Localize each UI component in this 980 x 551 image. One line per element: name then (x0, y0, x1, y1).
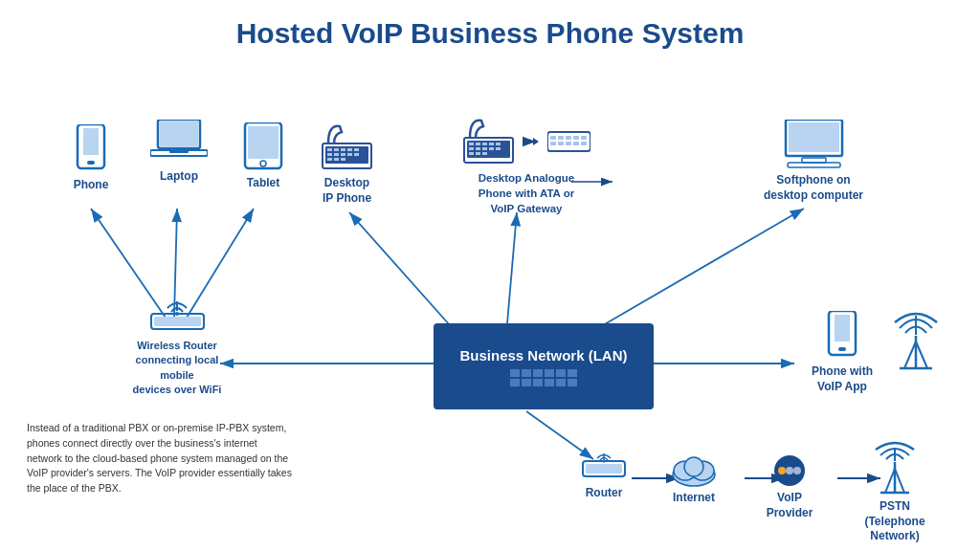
desktop-ip-phone-device: DesktopIP Phone (306, 122, 388, 206)
svg-line-98 (895, 469, 904, 493)
business-network-box: Business Network (LAN) (434, 323, 654, 409)
svg-line-97 (885, 469, 895, 493)
svg-rect-79 (838, 347, 846, 351)
svg-line-83 (916, 342, 927, 368)
svg-line-8 (349, 212, 450, 325)
svg-rect-44 (469, 143, 474, 145)
svg-rect-34 (327, 153, 332, 156)
svg-rect-19 (87, 161, 95, 165)
svg-rect-37 (347, 153, 352, 156)
internet-device: Internet (660, 450, 727, 504)
svg-rect-55 (476, 152, 480, 155)
diagram: Phone Laptop Tablet (0, 67, 980, 551)
svg-rect-41 (341, 158, 345, 161)
svg-rect-68 (573, 142, 579, 145)
laptop-device: Laptop (141, 120, 217, 183)
svg-line-9 (507, 212, 517, 323)
svg-rect-39 (327, 158, 332, 161)
svg-rect-45 (476, 143, 480, 145)
svg-rect-25 (248, 126, 278, 159)
svg-point-86 (603, 460, 606, 463)
business-network-label: Business Network (LAN) (459, 347, 627, 364)
svg-rect-33 (354, 148, 359, 151)
svg-rect-21 (160, 121, 198, 146)
svg-rect-47 (489, 143, 494, 145)
svg-point-26 (260, 161, 266, 166)
svg-rect-75 (154, 317, 201, 326)
cell-tower (890, 311, 943, 377)
softphone-device: Softphone ondesktop computer (756, 120, 871, 203)
wireless-router-device: Wireless Routerconnecting local mobilede… (124, 297, 230, 398)
svg-point-92 (778, 467, 786, 474)
svg-rect-63 (573, 136, 579, 140)
svg-rect-71 (789, 122, 839, 152)
svg-rect-35 (334, 153, 339, 156)
svg-rect-69 (581, 142, 587, 145)
tablet-device: Tablet (230, 122, 297, 189)
svg-point-90 (684, 457, 703, 476)
svg-rect-64 (581, 136, 587, 140)
svg-rect-46 (482, 143, 487, 145)
svg-line-82 (904, 342, 916, 368)
svg-rect-56 (482, 152, 487, 155)
voip-provider-device: VoIPProvider (756, 450, 823, 520)
svg-rect-31 (341, 148, 345, 151)
phone-device: Phone (57, 124, 124, 191)
svg-rect-18 (83, 128, 99, 155)
svg-rect-65 (550, 142, 556, 145)
svg-rect-61 (558, 136, 564, 140)
svg-rect-73 (788, 163, 840, 167)
svg-rect-78 (835, 315, 850, 342)
svg-rect-54 (469, 152, 474, 155)
svg-rect-40 (334, 158, 339, 161)
pstn-device: PSTN(TelephoneNetwork) (852, 440, 938, 544)
svg-rect-23 (169, 150, 189, 153)
page: Hosted VoIP Business Phone System (0, 0, 980, 551)
desktop-analogue-device: Desktop AnaloguePhone with ATA orVoIP Ga… (450, 117, 603, 216)
svg-point-76 (175, 312, 179, 316)
svg-rect-60 (550, 136, 556, 140)
svg-point-94 (793, 467, 801, 474)
svg-rect-52 (489, 147, 494, 150)
page-title: Hosted VoIP Business Phone System (0, 0, 980, 59)
svg-rect-66 (558, 142, 564, 145)
svg-rect-32 (347, 148, 352, 151)
svg-rect-85 (586, 464, 622, 474)
svg-rect-30 (334, 148, 339, 151)
svg-marker-58 (533, 138, 539, 145)
svg-rect-29 (327, 148, 332, 151)
svg-rect-53 (496, 147, 501, 150)
note-text: Instead of a traditional PBX or on-premi… (27, 421, 295, 496)
router-bottom-device: Router (570, 450, 637, 499)
svg-rect-50 (476, 147, 480, 150)
svg-rect-62 (566, 136, 571, 140)
svg-rect-48 (496, 143, 501, 145)
phone-voip-device: Phone withVoIP App (804, 311, 880, 394)
svg-rect-36 (341, 153, 345, 156)
svg-point-93 (786, 467, 793, 474)
svg-rect-49 (469, 147, 474, 150)
svg-rect-51 (482, 147, 487, 150)
svg-line-10 (603, 209, 804, 325)
svg-rect-38 (354, 153, 359, 156)
svg-rect-67 (566, 142, 571, 145)
